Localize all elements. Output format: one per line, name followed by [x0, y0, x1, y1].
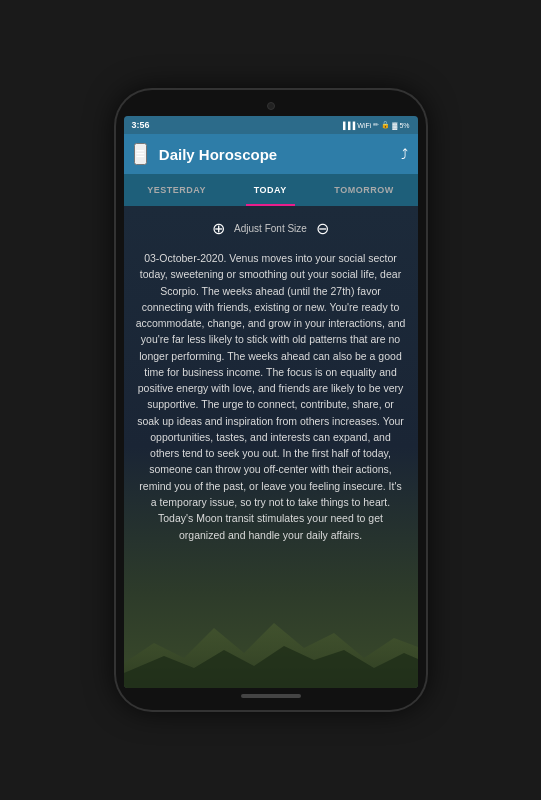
app-bar: ≡ Daily Horoscope ⤴: [124, 134, 418, 174]
battery-icon: ▓ 5%: [392, 122, 409, 129]
app-title: Daily Horoscope: [159, 146, 401, 163]
font-controls: ⊕ Adjust Font Size ⊖: [136, 214, 406, 242]
lock-icon: 🔒: [381, 121, 390, 129]
font-size-label: Adjust Font Size: [234, 223, 307, 234]
phone-device: 3:56 ▐▐▐ WiFi ✏ 🔒 ▓ 5% ≡ Daily Horoscope…: [116, 90, 426, 710]
edit-icon: ✏: [373, 121, 379, 129]
status-time: 3:56: [132, 120, 150, 130]
tab-today[interactable]: TODAY: [246, 174, 295, 206]
phone-screen: 3:56 ▐▐▐ WiFi ✏ 🔒 ▓ 5% ≡ Daily Horoscope…: [124, 116, 418, 688]
content-area: ⊕ Adjust Font Size ⊖ 03-October-2020. Ve…: [124, 206, 418, 688]
content-scroll[interactable]: ⊕ Adjust Font Size ⊖ 03-October-2020. Ve…: [124, 206, 418, 688]
signal-icon: ▐▐▐: [340, 122, 355, 129]
share-icon[interactable]: ⤴: [401, 146, 408, 162]
menu-button[interactable]: ≡: [134, 143, 147, 165]
tab-bar: YESTERDAY TODAY TOMORROW: [124, 174, 418, 206]
camera-dot: [267, 102, 275, 110]
decrease-font-button[interactable]: ⊖: [313, 218, 333, 238]
status-bar: 3:56 ▐▐▐ WiFi ✏ 🔒 ▓ 5%: [124, 116, 418, 134]
tab-tomorrow[interactable]: TOMORROW: [326, 174, 401, 206]
increase-font-button[interactable]: ⊕: [208, 218, 228, 238]
tab-yesterday[interactable]: YESTERDAY: [139, 174, 214, 206]
home-indicator: [241, 694, 301, 698]
horoscope-text: 03-October-2020. Venus moves into your s…: [136, 250, 406, 543]
wifi-icon: WiFi: [357, 122, 371, 129]
status-icons: ▐▐▐ WiFi ✏ 🔒 ▓ 5%: [340, 121, 409, 129]
